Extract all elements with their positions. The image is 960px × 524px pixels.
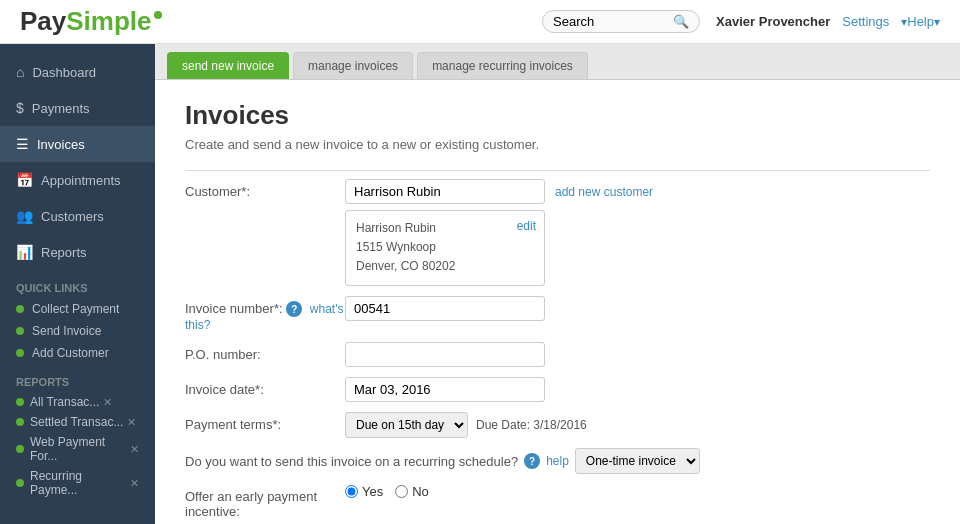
- report-item-2[interactable]: Web Payment For... ✕: [0, 432, 155, 466]
- quick-link-send-label: Send Invoice: [32, 324, 101, 338]
- sidebar-item-customers[interactable]: 👥 Customers: [0, 198, 155, 234]
- add-new-customer-link[interactable]: add new customer: [555, 185, 653, 199]
- page-description: Create and send a new invoice to a new o…: [185, 137, 930, 152]
- invoice-help-icon[interactable]: ?: [286, 301, 302, 317]
- customer-row: Customer*: add new customer Harrison Rub…: [185, 179, 930, 286]
- invoice-number-field: [345, 296, 930, 321]
- tab-manage-recurring[interactable]: manage recurring invoices: [417, 52, 588, 79]
- early-payment-row: Offer an early payment incentive: Yes No: [185, 484, 930, 519]
- early-payment-yes-radio[interactable]: Yes: [345, 484, 383, 499]
- payment-terms-row: Payment terms*: Due on 15th day Due Date…: [185, 412, 930, 438]
- invoice-number-label: Invoice number*: ? what's this?: [185, 296, 345, 333]
- quick-links-title: Quick Links: [0, 270, 155, 298]
- customers-icon: 👥: [16, 208, 33, 224]
- report-dot-icon-3: [16, 479, 24, 487]
- sidebar-label-customers: Customers: [41, 209, 104, 224]
- quick-link-add-label: Add Customer: [32, 346, 109, 360]
- po-number-input[interactable]: [345, 342, 545, 367]
- incentive-section: Offer an early payment incentive: Yes No: [185, 484, 930, 524]
- send-dot-icon: [16, 327, 24, 335]
- early-no-label: No: [412, 484, 429, 499]
- recurring-question: Do you want to send this invoice on a re…: [185, 454, 518, 469]
- search-input[interactable]: [553, 14, 673, 29]
- sidebar-label-payments: Payments: [32, 101, 90, 116]
- search-icon: 🔍: [673, 14, 689, 29]
- calendar-icon: 📅: [16, 172, 33, 188]
- sidebar: ⌂ Dashboard $ Payments ☰ Invoices 📅 Appo…: [0, 44, 155, 524]
- address-line2: 1515 Wynkoop: [356, 238, 534, 257]
- sidebar-item-appointments[interactable]: 📅 Appointments: [0, 162, 155, 198]
- header: Pay Simple 🔍 Xavier Provencher Settings …: [0, 0, 960, 44]
- page-content: Invoices Create and send a new invoice t…: [155, 80, 960, 524]
- settings-link[interactable]: Settings: [842, 14, 889, 29]
- report-label-2: Web Payment For...: [30, 435, 126, 463]
- logo-dot: [154, 11, 162, 19]
- report-item-1[interactable]: Settled Transac... ✕: [0, 412, 155, 432]
- invoice-number-row: Invoice number*: ? what's this?: [185, 296, 930, 333]
- early-payment-label: Offer an early payment incentive:: [185, 484, 345, 519]
- po-number-field: [345, 342, 930, 367]
- help-chevron-icon: ▾: [934, 15, 940, 29]
- early-payment-field: Yes No: [345, 484, 930, 499]
- layout: ⌂ Dashboard $ Payments ☰ Invoices 📅 Appo…: [0, 44, 960, 524]
- sidebar-label-reports: Reports: [41, 245, 87, 260]
- sidebar-label-invoices: Invoices: [37, 137, 85, 152]
- report-close-2[interactable]: ✕: [130, 443, 139, 456]
- collect-dot-icon: [16, 305, 24, 313]
- sidebar-item-payments[interactable]: $ Payments: [0, 90, 155, 126]
- report-item-0[interactable]: All Transac... ✕: [0, 392, 155, 412]
- report-label-3: Recurring Payme...: [30, 469, 126, 497]
- sidebar-label-dashboard: Dashboard: [32, 65, 96, 80]
- quick-link-add-customer[interactable]: Add Customer: [0, 342, 155, 364]
- edit-address-link[interactable]: edit: [517, 217, 536, 236]
- logo-simple: Simple: [66, 6, 151, 37]
- sidebar-item-dashboard[interactable]: ⌂ Dashboard: [0, 54, 155, 90]
- po-number-row: P.O. number:: [185, 342, 930, 367]
- due-date-label: Due Date: 3/18/2016: [476, 418, 587, 432]
- sidebar-label-appointments: Appointments: [41, 173, 121, 188]
- report-close-0[interactable]: ✕: [103, 396, 112, 409]
- tab-manage-invoices[interactable]: manage invoices: [293, 52, 413, 79]
- sidebar-item-invoices[interactable]: ☰ Invoices: [0, 126, 155, 162]
- payment-terms-select[interactable]: Due on 15th day: [345, 412, 468, 438]
- add-dot-icon: [16, 349, 24, 357]
- reports-section-title: Reports: [0, 364, 155, 392]
- address-line1: Harrison Rubin: [356, 219, 534, 238]
- early-no-input[interactable]: [395, 485, 408, 498]
- invoice-date-row: Invoice date*:: [185, 377, 930, 402]
- early-payment-no-radio[interactable]: No: [395, 484, 429, 499]
- logo-pay: Pay: [20, 6, 66, 37]
- payment-terms-field: Due on 15th day Due Date: 3/18/2016: [345, 412, 930, 438]
- reports-icon: 📊: [16, 244, 33, 260]
- home-icon: ⌂: [16, 64, 24, 80]
- customer-input[interactable]: [345, 179, 545, 204]
- recurring-help-link[interactable]: help: [546, 454, 569, 468]
- invoice-date-label: Invoice date*:: [185, 377, 345, 397]
- report-label-0: All Transac...: [30, 395, 99, 409]
- logo: Pay Simple: [20, 6, 162, 37]
- invoice-date-field: [345, 377, 930, 402]
- payment-terms-label: Payment terms*:: [185, 412, 345, 432]
- invoice-number-input[interactable]: [345, 296, 545, 321]
- recurring-row: Do you want to send this invoice on a re…: [185, 448, 930, 474]
- recurring-select[interactable]: One-time invoice: [575, 448, 700, 474]
- early-yes-input[interactable]: [345, 485, 358, 498]
- quick-link-collect-payment[interactable]: Collect Payment: [0, 298, 155, 320]
- main-content: send new invoice manage invoices manage …: [155, 44, 960, 524]
- report-close-3[interactable]: ✕: [130, 477, 139, 490]
- invoice-date-input[interactable]: [345, 377, 545, 402]
- quick-link-send-invoice[interactable]: Send Invoice: [0, 320, 155, 342]
- report-label-1: Settled Transac...: [30, 415, 123, 429]
- address-line3: Denver, CO 80202: [356, 257, 534, 276]
- help-link[interactable]: Help: [907, 14, 934, 29]
- tab-send-new-invoice[interactable]: send new invoice: [167, 52, 289, 79]
- recurring-help-icon[interactable]: ?: [524, 453, 540, 469]
- report-close-1[interactable]: ✕: [127, 416, 136, 429]
- report-dot-icon-0: [16, 398, 24, 406]
- sidebar-item-reports[interactable]: 📊 Reports: [0, 234, 155, 270]
- early-yes-label: Yes: [362, 484, 383, 499]
- search-bar[interactable]: 🔍: [542, 10, 700, 33]
- dollar-icon: $: [16, 100, 24, 116]
- report-dot-icon-2: [16, 445, 24, 453]
- report-item-3[interactable]: Recurring Payme... ✕: [0, 466, 155, 500]
